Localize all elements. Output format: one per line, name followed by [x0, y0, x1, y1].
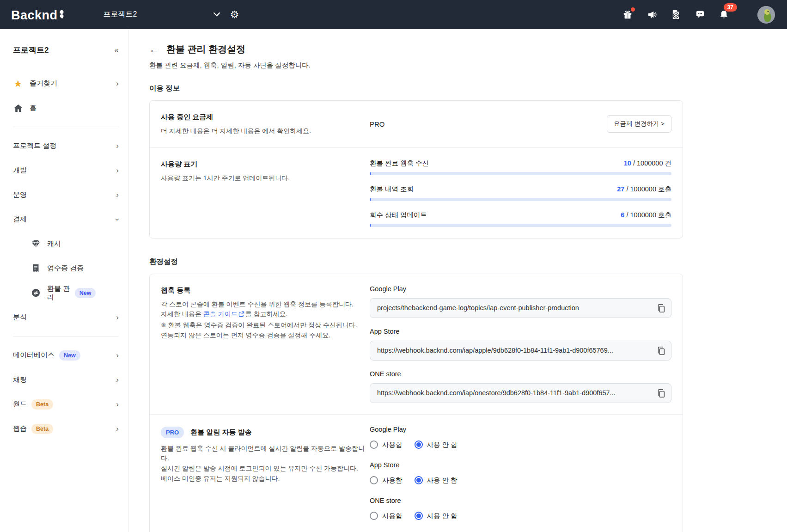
plan-description: 더 자세한 내용은 더 자세한 내용은 에서 확인하세요. — [161, 126, 370, 136]
sidebar-item-world[interactable]: 월드 Beta › — [13, 392, 119, 416]
radio-option-disable[interactable]: 사용 안 함 — [415, 476, 458, 485]
sidebar-item-webshop[interactable]: 웹숍 Beta › — [13, 416, 119, 441]
main-content: ← 환불 관리 환경설정 환불 관련 요금제, 웹훅, 알림, 자동 차단을 설… — [128, 29, 787, 532]
sidebar-collapse-icon[interactable]: « — [115, 46, 119, 55]
sidebar-item-receipt-verification[interactable]: 영수증 검증 — [13, 256, 119, 281]
radio-option-enable[interactable]: 사용함 — [370, 440, 403, 449]
radio-unchecked-icon[interactable] — [370, 512, 378, 520]
settings-card: 웹훅 등록 각 스토어 콘솔에 환불 이벤트 수신을 위한 웹훅 정보를 등록합… — [149, 274, 683, 532]
alert-radio-group-app-store: 사용함 사용 안 함 — [370, 476, 671, 485]
sidebar-item-analytics[interactable]: 분석 › — [13, 305, 119, 330]
sidebar-item-payment[interactable]: 결제 › — [13, 207, 119, 232]
usage-progress-bar — [370, 224, 671, 227]
sidebar-item-operation[interactable]: 운영 › — [13, 183, 119, 207]
notifications-bell-icon[interactable]: 37 — [718, 9, 730, 21]
usage-progress-bar — [370, 172, 671, 175]
chat-support-icon[interactable] — [694, 9, 706, 21]
radio-option-enable[interactable]: 사용함 — [370, 512, 403, 520]
usage-value: 27 / 1000000 호출 — [617, 185, 671, 194]
chevron-right-icon: › — [116, 313, 119, 322]
page-title: 환불 관리 환경설정 — [166, 43, 245, 55]
usage-progress-bar — [370, 198, 671, 201]
webhook-input-one-store[interactable]: https://webhook.backnd.com/iap/onestore/… — [370, 383, 671, 403]
beta-badge: Beta — [31, 424, 53, 434]
logo-dots-icon — [59, 6, 64, 19]
radio-option-enable[interactable]: 사용함 — [370, 476, 403, 485]
project-selector-label: 프로젝트2 — [104, 10, 137, 19]
webhook-field-label-google-play: Google Play — [370, 285, 671, 293]
sidebar-item-cash[interactable]: 캐시 — [13, 232, 119, 256]
usage-info-card: 사용 중인 요금제 더 자세한 내용은 더 자세한 내용은 에서 확인하세요. … — [149, 100, 683, 238]
notification-count-badge: 37 — [724, 3, 737, 12]
webhook-input-google-play[interactable]: projects/thebackend-game-log/topics/iap-… — [370, 298, 671, 318]
chevron-right-icon: › — [116, 424, 119, 434]
radio-unchecked-icon[interactable] — [370, 440, 378, 449]
radio-checked-icon[interactable] — [415, 512, 423, 520]
sidebar-item-development[interactable]: 개발 › — [13, 158, 119, 183]
usage-label: 환불 내역 조회 — [370, 185, 414, 194]
project-settings-gear-icon[interactable]: ⚙ — [230, 10, 239, 20]
alert-group-label-google-play: Google Play — [370, 426, 671, 433]
sidebar-item-chat[interactable]: 채팅 › — [13, 367, 119, 392]
section-settings: 환경설정 — [149, 257, 765, 267]
copy-icon[interactable] — [656, 345, 666, 356]
chevron-right-icon: › — [116, 79, 119, 88]
sidebar-divider — [13, 127, 119, 127]
gift-icon[interactable] — [622, 9, 634, 21]
home-icon — [13, 104, 23, 112]
plan-value: PRO — [370, 120, 385, 128]
refund-icon — [31, 288, 41, 297]
alert-radio-group-google-play: 사용함 사용 안 함 — [370, 440, 671, 449]
radio-option-disable[interactable]: 사용 안 함 — [415, 512, 458, 520]
sidebar-item-refund-management[interactable]: 환불 관리 New — [13, 281, 119, 305]
usage-label: 회수 상태 업데이트 — [370, 211, 427, 220]
radio-option-disable[interactable]: 사용 안 함 — [415, 440, 458, 449]
backnd-logo[interactable]: Backnd — [11, 6, 64, 23]
chevron-right-icon: › — [116, 141, 119, 151]
project-selector[interactable]: 프로젝트2 — [104, 10, 220, 19]
webhook-field-label-one-store: ONE store — [370, 370, 671, 378]
gift-notification-dot — [631, 7, 635, 12]
chevron-right-icon: › — [116, 166, 119, 175]
chevron-right-icon: › — [116, 351, 119, 360]
usage-value: 10 / 1000000 건 — [624, 159, 671, 168]
webhook-input-app-store[interactable]: https://webhook.backnd.com/iap/apple/9db… — [370, 341, 671, 361]
announcement-megaphone-icon[interactable] — [646, 9, 658, 21]
section-usage-info: 이용 정보 — [149, 84, 765, 93]
console-guide-link[interactable]: 콘솔 가이드 — [203, 310, 238, 318]
sidebar-item-home[interactable]: 홈 — [13, 96, 119, 120]
copy-icon[interactable] — [656, 388, 666, 399]
plan-title: 사용 중인 요금제 — [161, 113, 370, 122]
usage-description: 사용량 표기는 1시간 주기로 업데이트됩니다. — [161, 173, 370, 183]
radio-checked-icon[interactable] — [415, 476, 423, 484]
star-icon: ★ — [13, 78, 23, 89]
new-badge: New — [75, 288, 96, 298]
chevron-right-icon: › — [116, 400, 119, 409]
back-arrow-icon[interactable]: ← — [149, 44, 159, 55]
copy-icon[interactable] — [656, 303, 666, 314]
webhook-description: 각 스토어 콘솔에 환불 이벤트 수신을 위한 웹훅 정보를 등록합니다. 자세… — [161, 300, 370, 341]
sidebar-item-project-settings[interactable]: 프로젝트 설정 › — [13, 134, 119, 158]
radio-unchecked-icon[interactable] — [370, 476, 378, 484]
sidebar-project-title: 프로젝트2 — [13, 45, 49, 55]
alert-group-label-app-store: App Store — [370, 461, 671, 469]
usage-row-refund-history: 환불 내역 조회 27 / 1000000 호출 — [370, 185, 671, 201]
pro-badge: PRO — [161, 427, 184, 438]
chevron-right-icon: › — [116, 190, 119, 200]
radio-checked-icon[interactable] — [415, 440, 423, 449]
chevron-down-icon — [214, 12, 220, 17]
gem-icon — [31, 240, 41, 248]
sidebar-item-favorites[interactable]: ★ 즐겨찾기 › — [13, 71, 119, 96]
external-link-icon — [238, 311, 244, 318]
beta-badge: Beta — [31, 399, 53, 410]
docs-code-icon[interactable] — [670, 9, 682, 21]
sidebar-divider — [13, 336, 119, 336]
change-plan-button[interactable]: 요금제 변경하기 > — [607, 115, 671, 133]
sidebar-item-database[interactable]: 데이터베이스 New › — [13, 343, 119, 367]
usage-title: 사용량 표기 — [161, 160, 370, 169]
sidebar: 프로젝트2 « ★ 즐겨찾기 › 홈 프로젝트 설정 › 개발 › 운영 › — [0, 29, 128, 532]
logo-text: Backnd — [11, 8, 58, 23]
webhook-field-label-app-store: App Store — [370, 328, 671, 335]
alert-group-label-one-store: ONE store — [370, 497, 671, 504]
user-avatar[interactable] — [757, 6, 775, 24]
